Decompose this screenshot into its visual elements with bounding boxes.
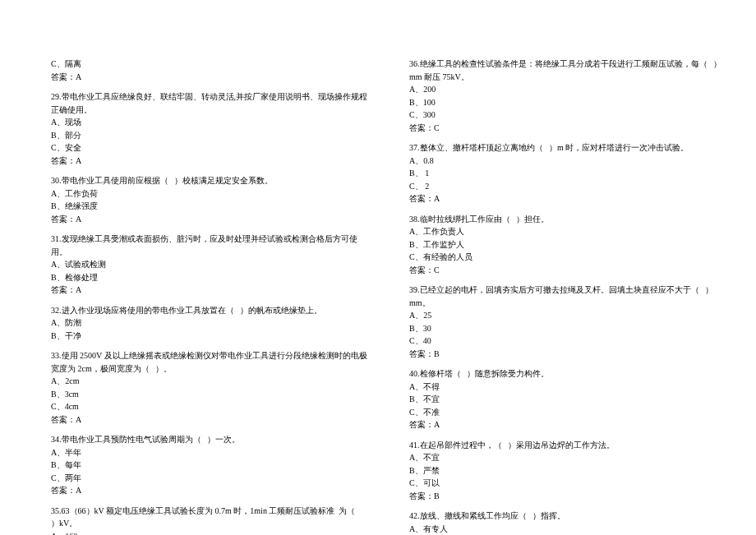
question-option: A、不得 bbox=[409, 380, 726, 394]
question: 36.绝缘工具的检查性试验条件是：将绝缘工具分成若干段进行工频耐压试验，每（ ）… bbox=[409, 58, 726, 134]
question-option: A、2cm bbox=[51, 375, 368, 388]
question-answer: 答案：C bbox=[409, 122, 726, 135]
question-stem: 41.在起吊部件过程中，（ ）采用边吊边焊的工作方法。 bbox=[409, 439, 726, 452]
question-option: A、防潮 bbox=[51, 316, 368, 330]
question: 32.进入作业现场应将使用的带电作业工具放置在（ ）的帆布或绝缘垫上。A、防潮B… bbox=[51, 304, 368, 343]
question-option: B、不宜 bbox=[409, 393, 726, 406]
question-stem: 38.临时拉线绑扎工作应由（ ）担任。 bbox=[409, 213, 726, 226]
question-stem: 40.检修杆塔（ ）随意拆除受力构件。 bbox=[409, 367, 726, 380]
question-option: C、40 bbox=[409, 334, 726, 348]
question-answer: 答案：A bbox=[409, 192, 726, 205]
question-option: B、绝缘强度 bbox=[51, 200, 368, 213]
question-option: B、 1 bbox=[409, 167, 726, 180]
question-answer: 答案：A bbox=[51, 413, 368, 427]
question-option: A、现场 bbox=[51, 116, 368, 129]
question-answer: 答案：A bbox=[409, 418, 726, 431]
question: 33.使用 2500V 及以上绝缘摇表或绝缘检测仪对带电作业工具进行分段绝缘检测… bbox=[51, 349, 368, 426]
question-answer: 答案：C bbox=[409, 264, 726, 277]
question-option: C、两年 bbox=[51, 472, 368, 485]
question-stem: 37.整体立、撤杆塔杆顶起立离地约（ ）m 时，应对杆塔进行一次冲击试验。 bbox=[409, 141, 726, 155]
question: 40.检修杆塔（ ）随意拆除受力构件。A、不得B、不宜C、不准答案：A bbox=[409, 367, 726, 431]
question-stem: 32.进入作业现场应将使用的带电作业工具放置在（ ）的帆布或绝缘垫上。 bbox=[51, 304, 368, 317]
question: 29.带电作业工具应绝缘良好、联结牢固、转动灵活,并按厂家使用说明书、现场操作规… bbox=[51, 90, 368, 167]
question: 38.临时拉线绑扎工作应由（ ）担任。A、工作负责人B、工作监护人C、有经验的人… bbox=[409, 213, 726, 277]
question: 37.整体立、撤杆塔杆顶起立离地约（ ）m 时，应对杆塔进行一次冲击试验。A、0… bbox=[409, 141, 726, 205]
question-option: B、工作监护人 bbox=[409, 238, 726, 251]
question-answer: 答案：B bbox=[409, 490, 726, 503]
question-stem: 39.已经立起的电杆，回填夯实后方可撤去拉绳及叉杆。回填土块直径应不大于（ ）m… bbox=[409, 284, 726, 309]
question: 41.在起吊部件过程中，（ ）采用边吊边焊的工作方法。A、不宜B、严禁C、可以答… bbox=[409, 439, 726, 503]
question-answer: 答案：A bbox=[51, 71, 368, 84]
question-stem: 33.使用 2500V 及以上绝缘摇表或绝缘检测仪对带电作业工具进行分段绝缘检测… bbox=[51, 349, 368, 375]
question-option: A、160 bbox=[51, 530, 368, 536]
question-option: A、工作负荷 bbox=[51, 187, 368, 201]
question-option: A、试验或检测 bbox=[51, 258, 368, 271]
question-option: A、0.8 bbox=[409, 155, 726, 168]
question: C、隔离答案：A bbox=[51, 58, 368, 83]
question-option: C、有经验的人员 bbox=[409, 251, 726, 264]
question-answer: 答案：B bbox=[409, 348, 726, 361]
question-stem: 34.带电作业工具预防性电气试验周期为（ ）一次。 bbox=[51, 433, 368, 446]
question-answer: 答案：A bbox=[51, 284, 368, 297]
question-stem: 29.带电作业工具应绝缘良好、联结牢固、转动灵活,并按厂家使用说明书、现场操作规… bbox=[51, 90, 368, 116]
question-stem: C、隔离 bbox=[51, 58, 368, 71]
question-option: A、25 bbox=[409, 309, 726, 322]
question-option: B、部分 bbox=[51, 129, 368, 142]
question: 42.放线、撤线和紧线工作均应（ ）指挥。A、有专人B、由有经验的人C、由工作负… bbox=[409, 510, 726, 535]
question-stem: 36.绝缘工具的检查性试验条件是：将绝缘工具分成若干段进行工频耐压试验，每（ ）… bbox=[409, 58, 726, 83]
question-option: C、4cm bbox=[51, 400, 368, 413]
question-option: A、200 bbox=[409, 83, 726, 96]
question-stem: 31.发现绝缘工具受潮或表面损伤、脏污时，应及时处理并经试验或检测合格后方可使用… bbox=[51, 233, 368, 258]
question-option: C、 2 bbox=[409, 180, 726, 193]
question-option: C、可以 bbox=[409, 477, 726, 490]
question-option: B、干净 bbox=[51, 330, 368, 343]
question-option: A、工作负责人 bbox=[409, 225, 726, 238]
question-answer: 答案：A bbox=[51, 484, 368, 497]
question-option: A、有专人 bbox=[409, 523, 726, 536]
question: 35.63（66）kV 额定电压绝缘工具试验长度为 0.7m 时，1min 工频… bbox=[51, 505, 368, 536]
question-stem: 30.带电作业工具使用前应根据（ ）校核满足规定安全系数。 bbox=[51, 174, 368, 187]
question: 31.发现绝缘工具受潮或表面损伤、脏污时，应及时处理并经试验或检测合格后方可使用… bbox=[51, 233, 368, 297]
question-option: A、不宜 bbox=[409, 451, 726, 464]
question-option: B、检修处理 bbox=[51, 271, 368, 284]
question-stem: 42.放线、撤线和紧线工作均应（ ）指挥。 bbox=[409, 510, 726, 523]
question-option: A、半年 bbox=[51, 446, 368, 459]
question-option: C、300 bbox=[409, 108, 726, 122]
question-answer: 答案：A bbox=[51, 155, 368, 168]
question-option: B、3cm bbox=[51, 388, 368, 401]
question: 30.带电作业工具使用前应根据（ ）校核满足规定安全系数。A、工作负荷B、绝缘强… bbox=[51, 174, 368, 225]
question: 39.已经立起的电杆，回填夯实后方可撤去拉绳及叉杆。回填土块直径应不大于（ ）m… bbox=[409, 284, 726, 360]
question-option: B、100 bbox=[409, 96, 726, 109]
question-option: B、30 bbox=[409, 322, 726, 335]
question: 34.带电作业工具预防性电气试验周期为（ ）一次。A、半年B、每年C、两年答案：… bbox=[51, 433, 368, 497]
question-option: B、严禁 bbox=[409, 464, 726, 477]
question-option: C、不准 bbox=[409, 406, 726, 419]
question-option: C、安全 bbox=[51, 141, 368, 155]
question-option: B、每年 bbox=[51, 459, 368, 472]
question-answer: 答案：A bbox=[51, 213, 368, 226]
question-stem: 35.63（66）kV 额定电压绝缘工具试验长度为 0.7m 时，1min 工频… bbox=[51, 505, 368, 530]
